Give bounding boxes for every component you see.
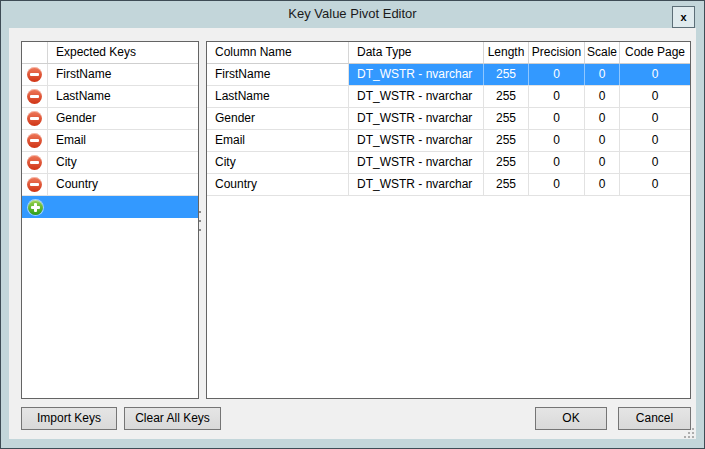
column-header-column-name[interactable]: Column Name: [207, 42, 349, 63]
code-page-cell[interactable]: 0: [620, 130, 690, 151]
data-type-cell[interactable]: DT_WSTR - nvarchar: [349, 130, 484, 151]
remove-key-cell: [22, 108, 48, 129]
column-name-cell[interactable]: Country: [207, 174, 349, 195]
precision-cell[interactable]: 0: [529, 174, 585, 195]
column-metadata-row[interactable]: City DT_WSTR - nvarchar 255 0 0 0: [207, 152, 690, 174]
remove-key-icon[interactable]: [27, 133, 42, 148]
length-cell[interactable]: 255: [484, 86, 529, 107]
add-key-icon[interactable]: [28, 200, 43, 215]
expected-key-name-cell[interactable]: Country: [48, 174, 198, 195]
scale-cell[interactable]: 0: [585, 152, 620, 173]
remove-key-cell: [22, 64, 48, 85]
expected-keys-grid: Expected Keys FirstName LastName Gender …: [21, 41, 199, 399]
expected-key-row[interactable]: FirstName: [22, 64, 198, 86]
expected-keys-column-header: Expected Keys: [48, 42, 198, 63]
precision-cell[interactable]: 0: [529, 130, 585, 151]
code-page-cell[interactable]: 0: [620, 174, 690, 195]
column-header-length[interactable]: Length: [484, 42, 529, 63]
add-key-icon-cell: [22, 196, 48, 218]
length-cell[interactable]: 255: [484, 108, 529, 129]
data-type-cell[interactable]: DT_WSTR - nvarchar: [349, 174, 484, 195]
expected-key-row[interactable]: LastName: [22, 86, 198, 108]
column-metadata-row[interactable]: FirstName DT_WSTR - nvarchar 255 0 0 0: [207, 64, 690, 86]
length-cell[interactable]: 255: [484, 130, 529, 151]
code-page-cell[interactable]: 0: [620, 152, 690, 173]
ok-button[interactable]: OK: [535, 407, 607, 430]
length-cell[interactable]: 255: [484, 152, 529, 173]
expected-keys-header-row: Expected Keys: [22, 42, 198, 64]
column-metadata-row[interactable]: Email DT_WSTR - nvarchar 255 0 0 0: [207, 130, 690, 152]
column-header-data-type[interactable]: Data Type: [349, 42, 484, 63]
precision-cell[interactable]: 0: [529, 108, 585, 129]
cancel-button[interactable]: Cancel: [618, 407, 691, 430]
remove-key-cell: [22, 174, 48, 195]
expected-key-name-cell[interactable]: LastName: [48, 86, 198, 107]
column-name-cell[interactable]: Gender: [207, 108, 349, 129]
remove-key-icon[interactable]: [27, 89, 42, 104]
remove-key-cell: [22, 130, 48, 151]
column-header-code-page[interactable]: Code Page: [620, 42, 690, 63]
precision-cell[interactable]: 0: [529, 86, 585, 107]
key-value-pivot-editor-dialog: Key Value Pivot Editor x Expected Keys F…: [0, 0, 705, 449]
scale-cell[interactable]: 0: [585, 64, 620, 85]
column-metadata-row[interactable]: LastName DT_WSTR - nvarchar 255 0 0 0: [207, 86, 690, 108]
code-page-cell[interactable]: 0: [620, 64, 690, 85]
remove-key-icon[interactable]: [27, 67, 42, 82]
column-name-cell[interactable]: Email: [207, 130, 349, 151]
remove-key-icon[interactable]: [27, 111, 42, 126]
data-type-cell[interactable]: DT_WSTR - nvarchar: [349, 108, 484, 129]
remove-key-icon[interactable]: [27, 177, 42, 192]
remove-key-cell: [22, 152, 48, 173]
precision-cell[interactable]: 0: [529, 64, 585, 85]
expected-key-row[interactable]: Country: [22, 174, 198, 196]
scale-cell[interactable]: 0: [585, 86, 620, 107]
code-page-cell[interactable]: 0: [620, 108, 690, 129]
code-page-cell[interactable]: 0: [620, 86, 690, 107]
column-metadata-header-row: Column Name Data Type Length Precision S…: [207, 42, 690, 64]
expected-key-name-cell[interactable]: Email: [48, 130, 198, 151]
titlebar[interactable]: Key Value Pivot Editor x: [1, 1, 704, 28]
expected-keys-icon-column-header: [22, 42, 48, 63]
column-metadata-rows: FirstName DT_WSTR - nvarchar 255 0 0 0 L…: [207, 64, 690, 196]
remove-key-icon[interactable]: [27, 155, 42, 170]
expected-keys-list: FirstName LastName Gender Email City Cou…: [22, 64, 198, 196]
remove-key-cell: [22, 86, 48, 107]
dialog-title: Key Value Pivot Editor: [288, 1, 416, 27]
column-name-cell[interactable]: City: [207, 152, 349, 173]
data-type-cell[interactable]: DT_WSTR - nvarchar: [349, 64, 484, 85]
expected-key-name-cell[interactable]: Gender: [48, 108, 198, 129]
precision-cell[interactable]: 0: [529, 152, 585, 173]
column-metadata-row[interactable]: Gender DT_WSTR - nvarchar 255 0 0 0: [207, 108, 690, 130]
column-metadata-row[interactable]: Country DT_WSTR - nvarchar 255 0 0 0: [207, 174, 690, 196]
new-key-input[interactable]: [48, 196, 198, 218]
data-type-cell[interactable]: DT_WSTR - nvarchar: [349, 152, 484, 173]
column-metadata-grid: Column Name Data Type Length Precision S…: [206, 41, 691, 399]
dialog-client-area: Expected Keys FirstName LastName Gender …: [9, 28, 696, 439]
close-icon[interactable]: x: [672, 6, 695, 28]
expected-key-row[interactable]: Gender: [22, 108, 198, 130]
column-name-cell[interactable]: FirstName: [207, 64, 349, 85]
resize-grip[interactable]: [684, 428, 694, 438]
scale-cell[interactable]: 0: [585, 108, 620, 129]
clear-all-keys-button[interactable]: Clear All Keys: [124, 407, 221, 430]
data-type-cell[interactable]: DT_WSTR - nvarchar: [349, 86, 484, 107]
panel-splitter-handle[interactable]: [199, 211, 203, 231]
expected-key-name-cell[interactable]: City: [48, 152, 198, 173]
length-cell[interactable]: 255: [484, 174, 529, 195]
scale-cell[interactable]: 0: [585, 174, 620, 195]
length-cell[interactable]: 255: [484, 64, 529, 85]
column-header-scale[interactable]: Scale: [585, 42, 620, 63]
scale-cell[interactable]: 0: [585, 130, 620, 151]
expected-key-row[interactable]: Email: [22, 130, 198, 152]
import-keys-button[interactable]: Import Keys: [21, 407, 117, 430]
expected-key-name-cell[interactable]: FirstName: [48, 64, 198, 85]
column-header-precision[interactable]: Precision: [529, 42, 585, 63]
column-name-cell[interactable]: LastName: [207, 86, 349, 107]
add-key-row[interactable]: [22, 196, 198, 218]
expected-key-row[interactable]: City: [22, 152, 198, 174]
